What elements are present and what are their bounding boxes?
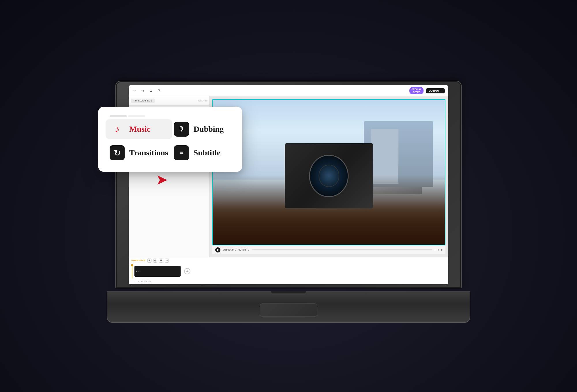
track-number: 01 <box>136 270 139 273</box>
subtitle-icon: ≡ <box>180 149 183 157</box>
record-label: RECORD <box>197 99 207 102</box>
transitions-icon: ↻ <box>114 148 121 158</box>
popup-item-dubbing[interactable]: 🎙 Dubbing <box>174 122 231 137</box>
help-icon[interactable]: ? <box>156 88 162 93</box>
laptop: ↩ ↪ ⚙ ? SPECIAL OFFER OUTPUT→ <box>107 81 470 323</box>
dubbing-label: Dubbing <box>194 125 224 134</box>
popup-item-music[interactable]: ♪ Music <box>106 119 172 139</box>
play-triangle-small <box>217 249 219 251</box>
transitions-icon-box: ↻ <box>110 145 125 160</box>
music-icon: ♪ <box>115 124 120 135</box>
zoom-minus[interactable]: − <box>434 248 436 252</box>
timeline-scrubber[interactable] <box>252 249 432 250</box>
arrow-pointer: ➤ <box>156 173 168 188</box>
lorem-ipsum-label: LOREM IPSUM <box>131 259 145 261</box>
popup-tab-1 <box>110 115 127 117</box>
timeline-panel: LOREM IPSUM ⊡ ◎ ⊟ □ <box>129 257 448 284</box>
toolbar-right: SPECIAL OFFER OUTPUT→ <box>409 87 445 94</box>
timeline-content: 01 + <box>129 264 448 278</box>
marker-dot <box>131 264 133 266</box>
redo-icon[interactable]: ↪ <box>140 88 145 93</box>
laptop-base <box>107 291 470 323</box>
zoom-controls: − ○ + <box>434 248 443 252</box>
popup-grid: ♪ Music 🎙 Dubbing ↻ Transitions <box>110 122 231 160</box>
popup-tabs-decorative <box>110 115 231 117</box>
undo-icon[interactable]: ↩ <box>132 88 137 93</box>
add-track-button[interactable]: + <box>184 268 190 274</box>
special-offer-badge[interactable]: SPECIAL OFFER <box>409 87 424 94</box>
transitions-label: Transitions <box>129 148 168 157</box>
timeline-header: LOREM IPSUM ⊡ ◎ ⊟ □ <box>129 257 448 264</box>
camera-scene <box>213 100 445 245</box>
popup-menu: ♪ Music 🎙 Dubbing ↻ Transitions <box>98 107 242 172</box>
timeline-icon-4[interactable]: □ <box>165 259 169 263</box>
play-button-small[interactable] <box>215 247 220 252</box>
popup-item-transitions[interactable]: ↻ Transitions <box>110 145 168 160</box>
laptop-hinge <box>271 291 306 293</box>
timeline-icon-2[interactable]: ◎ <box>153 259 157 263</box>
timeline-icon-1[interactable]: ⊡ <box>147 259 151 263</box>
video-controls: 00:00.0 / 00:05.0 − ○ + <box>212 245 445 254</box>
toolbar: ↩ ↪ ⚙ ? SPECIAL OFFER OUTPUT→ <box>129 85 448 96</box>
music-icon-wrap: ♪ <box>110 122 125 137</box>
audio-icon: ♫ <box>134 280 136 283</box>
add-audio-label[interactable]: ADD AUDIO <box>138 280 151 283</box>
popup-item-subtitle[interactable]: ≡ Subtitle <box>174 145 231 160</box>
toolbar-left: ↩ ↪ ⚙ ? <box>132 88 162 93</box>
dubbing-icon: 🎙 <box>178 125 185 133</box>
marker-line <box>132 266 132 278</box>
upload-button[interactable]: ↑ UPLOAD FILE ∨ <box>131 99 155 103</box>
zoom-plus[interactable]: + <box>441 248 443 252</box>
zoom-circle: ○ <box>438 248 440 252</box>
camera-body <box>285 143 373 208</box>
dubbing-icon-box: 🎙 <box>174 122 189 137</box>
laptop-trackpad <box>260 304 317 316</box>
camera-lens <box>309 155 349 197</box>
timeline-icon-3[interactable]: ⊟ <box>159 259 163 263</box>
music-label: Music <box>129 125 150 134</box>
time-display: 00:00.0 / 00:05.0 <box>223 248 249 251</box>
subtitle-icon-box: ≡ <box>174 145 189 160</box>
popup-tab-2 <box>128 115 145 117</box>
video-track[interactable]: 01 <box>134 266 181 277</box>
output-button[interactable]: OUTPUT→ <box>426 88 445 93</box>
left-panel-toolbar: ↑ UPLOAD FILE ∨ RECORD <box>129 96 209 105</box>
subtitle-label: Subtitle <box>194 148 220 157</box>
preview-area: 00:00.0 / 00:05.0 − ○ + <box>209 96 448 257</box>
audio-track: ♫ ADD AUDIO <box>129 278 448 284</box>
timeline-marker <box>131 264 133 278</box>
video-preview <box>212 99 445 245</box>
timeline-icons: ⊡ ◎ ⊟ □ <box>147 259 169 263</box>
settings-icon[interactable]: ⚙ <box>148 88 153 93</box>
